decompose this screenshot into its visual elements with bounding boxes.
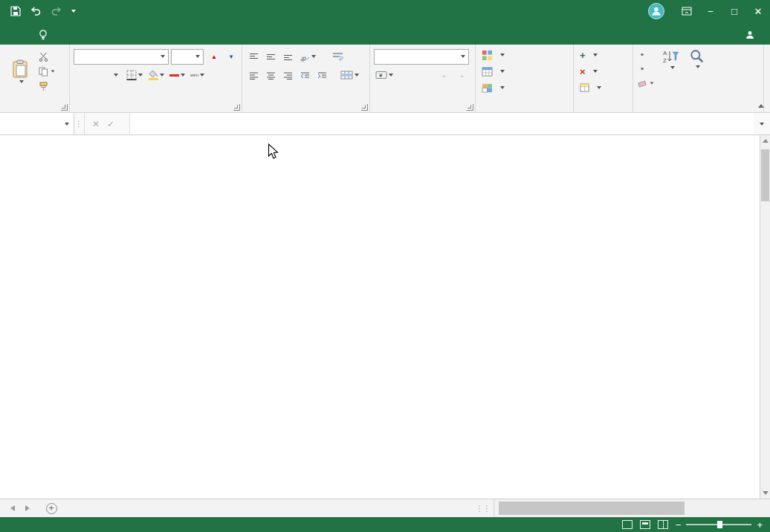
font-name-combo[interactable] <box>74 49 169 65</box>
person-icon <box>745 30 754 39</box>
group-editing: AZ <box>633 45 764 112</box>
increase-decimal-button[interactable]: ← <box>437 68 452 83</box>
collapse-ribbon-button[interactable] <box>758 104 764 108</box>
title-bar-controls: − □ ✕ <box>641 0 770 22</box>
grid-zone <box>0 135 770 499</box>
alignment-dialog-launcher[interactable] <box>361 104 368 111</box>
format-cells-button[interactable] <box>576 80 630 96</box>
align-bottom-icon[interactable] <box>280 49 295 65</box>
insert-cells-button[interactable]: + <box>576 47 630 63</box>
fill-color-button[interactable] <box>146 68 166 83</box>
comma-style-button[interactable] <box>414 68 429 83</box>
increase-indent-icon[interactable] <box>314 68 329 83</box>
save-icon[interactable] <box>10 6 21 16</box>
percent-style-button[interactable] <box>397 68 412 83</box>
tab-file[interactable] <box>0 25 22 45</box>
page-layout-view-icon[interactable] <box>640 520 650 529</box>
number-dialog-launcher[interactable] <box>467 104 473 111</box>
new-sheet-button[interactable]: + <box>40 499 62 517</box>
align-top-icon[interactable] <box>246 49 261 65</box>
close-button[interactable]: ✕ <box>746 0 770 22</box>
font-size-combo[interactable] <box>171 49 204 65</box>
orientation-button[interactable]: ab <box>297 49 317 65</box>
share-button[interactable] <box>734 25 770 45</box>
zoom-slider[interactable] <box>686 524 751 525</box>
decrease-decimal-button[interactable]: → <box>454 68 469 83</box>
confirm-entry-icon[interactable]: ✓ <box>107 119 114 129</box>
ribbon: ▲ ▼ wén <box>0 45 770 113</box>
maximize-button[interactable]: □ <box>722 0 746 22</box>
merge-center-icon <box>340 71 353 80</box>
number-format-combo[interactable] <box>374 49 469 65</box>
tell-me-box[interactable] <box>28 25 62 45</box>
avatar[interactable] <box>648 3 664 19</box>
borders-button[interactable] <box>125 68 144 83</box>
grow-font-button[interactable]: ▲ <box>206 49 221 65</box>
currency-format-button[interactable]: ¥ <box>374 68 395 83</box>
vertical-scrollbar[interactable] <box>760 135 770 499</box>
cell-styles-button[interactable] <box>478 80 571 96</box>
svg-text:Z: Z <box>663 57 667 64</box>
merge-center-button[interactable] <box>339 68 360 83</box>
scissors-icon <box>39 52 48 62</box>
formula-bar: ⋮ ✕ ✓ <box>0 113 770 135</box>
shrink-font-button[interactable]: ▼ <box>223 49 238 65</box>
scroll-up-icon[interactable] <box>760 135 770 146</box>
paste-button[interactable] <box>4 47 36 93</box>
font-dialog-launcher[interactable] <box>233 104 240 111</box>
minimize-button[interactable]: − <box>699 0 722 22</box>
name-box[interactable] <box>0 113 74 134</box>
undo-icon[interactable] <box>30 6 42 16</box>
decrease-indent-icon[interactable] <box>297 68 312 83</box>
align-center-icon[interactable] <box>263 68 278 83</box>
vertical-scroll-thumb[interactable] <box>761 149 769 201</box>
formula-bar-splitter[interactable]: ⋮ <box>74 113 85 134</box>
fill-button[interactable] <box>635 62 656 76</box>
font-color-button[interactable] <box>168 68 187 83</box>
horizontal-scrollbar[interactable] <box>494 499 770 517</box>
eraser-icon <box>638 80 647 88</box>
status-bar: − + <box>0 517 770 532</box>
find-select-button[interactable] <box>686 47 708 90</box>
vertical-scroll-track[interactable] <box>760 146 770 487</box>
clipboard-dialog-launcher[interactable] <box>61 104 68 111</box>
autosum-button[interactable] <box>635 48 656 62</box>
format-icon <box>580 83 589 92</box>
page-break-view-icon[interactable] <box>658 520 668 529</box>
scroll-down-icon[interactable] <box>760 487 770 499</box>
align-right-icon[interactable] <box>280 68 295 83</box>
formula-input[interactable] <box>130 113 754 134</box>
svg-text:A: A <box>663 50 667 56</box>
cut-button[interactable] <box>36 50 57 63</box>
phonetic-guide-button[interactable]: wén <box>189 68 206 83</box>
align-left-icon[interactable] <box>246 68 261 83</box>
copy-button[interactable] <box>36 65 57 78</box>
zoom-slider-thumb[interactable] <box>717 521 722 528</box>
delete-cells-button[interactable]: × <box>576 63 630 80</box>
group-font: ▲ ▼ wén <box>70 45 242 112</box>
align-middle-icon[interactable] <box>263 49 278 65</box>
cancel-entry-icon[interactable]: ✕ <box>92 119 100 129</box>
format-as-table-button[interactable] <box>478 63 571 80</box>
bold-button[interactable] <box>74 68 88 83</box>
italic-button[interactable] <box>91 68 106 83</box>
conditional-formatting-button[interactable] <box>478 47 571 63</box>
next-sheet-icon[interactable] <box>25 505 30 511</box>
sheet-tab-bar: + ⋮⋮ <box>0 499 770 517</box>
wrap-text-button[interactable] <box>330 49 345 65</box>
customize-qat-icon[interactable] <box>71 10 76 13</box>
zoom-out-icon[interactable]: − <box>676 520 682 530</box>
underline-button[interactable] <box>108 68 123 83</box>
expand-formula-bar-icon[interactable] <box>754 113 770 134</box>
delete-icon: × <box>580 66 586 77</box>
redo-icon[interactable] <box>51 6 62 16</box>
horizontal-scroll-thumb[interactable] <box>499 502 685 515</box>
ribbon-display-options-icon[interactable] <box>675 0 699 22</box>
format-painter-button[interactable] <box>36 80 57 93</box>
zoom-in-icon[interactable]: + <box>757 520 763 530</box>
tab-scroll-splitter[interactable]: ⋮⋮ <box>473 499 494 517</box>
previous-sheet-icon[interactable] <box>10 505 15 511</box>
clear-button[interactable] <box>635 77 656 90</box>
sort-filter-button[interactable]: AZ <box>659 47 683 90</box>
normal-view-icon[interactable] <box>622 520 632 529</box>
